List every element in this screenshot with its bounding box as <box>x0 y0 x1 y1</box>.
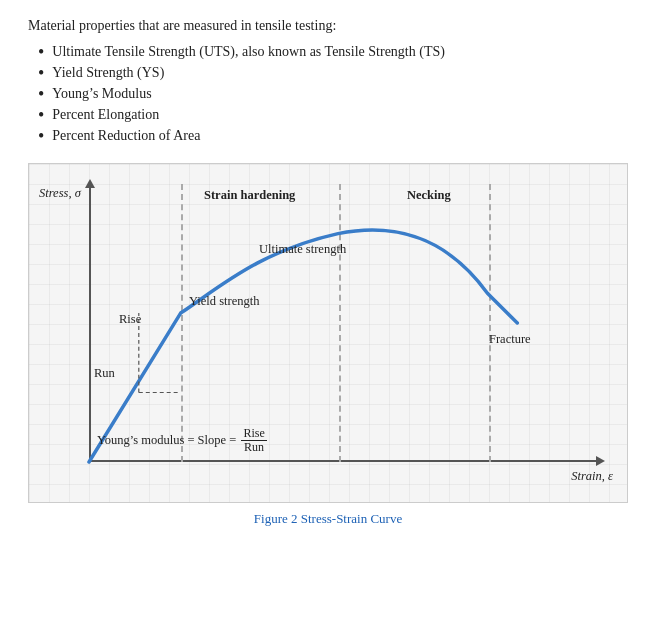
bullet-text: Percent Reduction of Area <box>52 128 200 144</box>
rise-label: Rise <box>119 312 141 327</box>
y-axis-label: Stress, σ <box>39 186 81 201</box>
fraction-numerator: Rise <box>241 427 266 441</box>
bullet-dot: • <box>38 64 44 82</box>
bullet-dot: • <box>38 85 44 103</box>
intro-text: Material properties that are measured in… <box>28 18 628 34</box>
x-axis-label: Strain, ε <box>571 469 613 484</box>
list-item: • Ultimate Tensile Strength (UTS), also … <box>28 44 628 61</box>
list-item: • Young’s Modulus <box>28 86 628 103</box>
bullet-list: • Ultimate Tensile Strength (UTS), also … <box>28 44 628 145</box>
fracture-label: Fracture <box>489 332 531 347</box>
youngs-modulus-label: Young’s modulus = Slope = Rise Run <box>97 427 267 454</box>
yield-strength-label: Yield strength <box>189 294 259 309</box>
list-item: • Yield Strength (YS) <box>28 65 628 82</box>
bullet-text: Ultimate Tensile Strength (UTS), also kn… <box>52 44 445 60</box>
list-item: • Percent Elongation <box>28 107 628 124</box>
bullet-text: Percent Elongation <box>52 107 159 123</box>
bullet-text: Young’s Modulus <box>52 86 151 102</box>
youngs-modulus-text: Young’s modulus = Slope = <box>97 433 236 448</box>
necking-label: Necking <box>407 188 451 203</box>
bullet-dot: • <box>38 127 44 145</box>
stress-strain-diagram: Stress, σ Strain, ε Strain hardening Nec… <box>28 163 628 503</box>
ultimate-strength-label: Ultimate strength <box>259 242 346 257</box>
bullet-dot: • <box>38 106 44 124</box>
run-label: Run <box>94 366 115 381</box>
bullet-dot: • <box>38 43 44 61</box>
fraction-denominator: Run <box>242 441 266 454</box>
list-item: • Percent Reduction of Area <box>28 128 628 145</box>
strain-hardening-label: Strain hardening <box>204 188 295 203</box>
rise-run-fraction: Rise Run <box>241 427 266 454</box>
bullet-text: Yield Strength (YS) <box>52 65 164 81</box>
figure-caption: Figure 2 Stress-Strain Curve <box>28 511 628 527</box>
curve-svg <box>89 184 597 462</box>
x-axis-arrow <box>596 456 605 466</box>
